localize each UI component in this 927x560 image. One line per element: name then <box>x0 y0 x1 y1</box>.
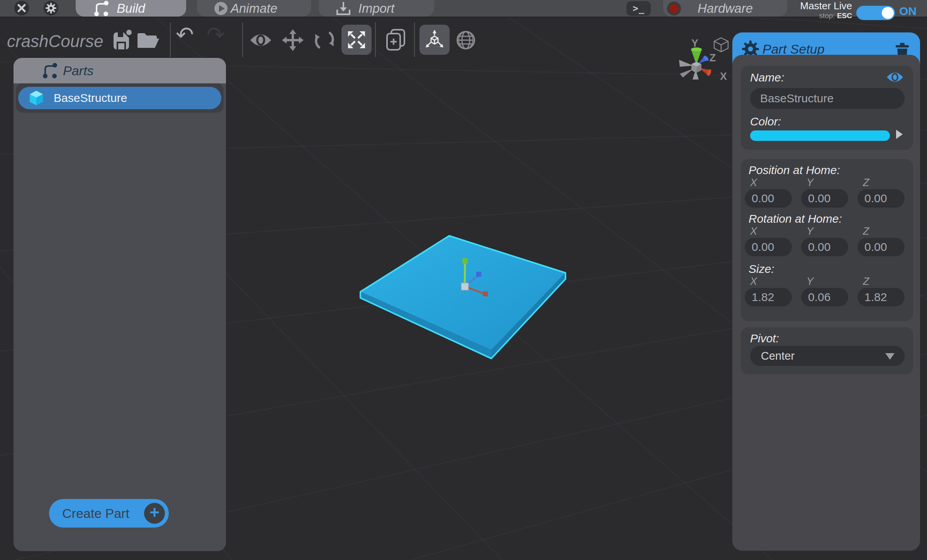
tab-hardware[interactable]: Hardware <box>663 0 787 17</box>
parts-node-icon <box>41 62 58 79</box>
rotate-icon <box>314 29 335 51</box>
record-icon <box>667 2 681 15</box>
gizmo-origin-cube <box>461 283 469 290</box>
position-z-input[interactable]: 0.00 <box>857 189 905 208</box>
master-live-block: Master Live stop: ESC <box>788 0 852 20</box>
size-x-axis-label: X <box>750 276 757 288</box>
plus-icon: + <box>144 503 165 524</box>
position-y-input[interactable]: 0.00 <box>801 189 848 208</box>
terminal-icon: >_ <box>633 3 645 14</box>
parts-panel-title: Parts <box>63 63 93 78</box>
project-title: crashCourse <box>7 32 103 51</box>
save-icon <box>112 29 132 50</box>
pivot-label: Pivot: <box>750 332 779 345</box>
size-x-input[interactable]: 1.82 <box>745 288 792 306</box>
chevron-down-icon <box>885 353 895 360</box>
gizmo-label-x: X <box>720 71 727 82</box>
parts-list: BaseStructure <box>16 83 224 113</box>
color-expand-arrow-icon[interactable] <box>896 130 903 139</box>
size-y-input[interactable]: 0.06 <box>801 288 848 306</box>
move-tool-button[interactable] <box>282 29 304 51</box>
folder-icon <box>136 32 160 49</box>
toolbar-divider <box>170 22 171 57</box>
axis-cube-icon <box>424 30 445 50</box>
gizmo-label-z: Z <box>710 52 716 64</box>
gizmo-x-handle <box>483 291 488 296</box>
tab-hardware-label: Hardware <box>698 1 753 16</box>
position-x-axis-label: X <box>750 177 757 189</box>
gizmo-z-handle <box>476 272 481 277</box>
master-live-stop-hint: stop: ESC <box>788 12 852 20</box>
name-color-card: Name: BaseStructure Color: <box>741 66 913 150</box>
name-input[interactable]: BaseStructure <box>750 88 905 109</box>
size-z-axis-label: Z <box>863 276 869 288</box>
rotation-y-axis-label: Y <box>806 225 813 237</box>
tab-build[interactable]: Build <box>76 0 186 17</box>
scale-tool-button[interactable] <box>341 25 372 55</box>
terminal-button[interactable]: >_ <box>626 1 651 16</box>
rotation-x-input[interactable]: 0.00 <box>745 238 792 256</box>
color-swatch-bar[interactable] <box>750 130 890 141</box>
rotation-y-input[interactable]: 0.00 <box>801 238 848 256</box>
toolbar-divider <box>242 22 243 57</box>
save-button[interactable] <box>112 29 132 50</box>
part-list-item-selected[interactable]: BaseStructure <box>18 87 221 109</box>
create-part-label: Create Part <box>62 506 129 521</box>
rotation-label: Rotation at Home: <box>749 212 842 225</box>
import-icon <box>336 1 351 16</box>
part-basestructure-3d[interactable] <box>360 236 565 359</box>
create-part-button[interactable]: Create Part + <box>49 499 169 528</box>
orientation-gizmo[interactable]: Y Z X <box>679 37 728 82</box>
position-z-axis-label: Z <box>863 177 869 189</box>
settings-button[interactable] <box>44 1 58 15</box>
tab-animate[interactable]: Animate <box>197 0 311 17</box>
tab-build-label: Build <box>117 1 145 16</box>
toolbar-divider <box>414 22 415 57</box>
play-icon <box>214 2 228 15</box>
redo-icon: ↷ <box>207 24 225 46</box>
parts-panel-header: Parts <box>14 58 226 83</box>
part-setup-panel: Name: BaseStructure Color: Position at H… <box>732 55 920 551</box>
size-label: Size: <box>749 262 774 276</box>
redo-button[interactable]: ↷ <box>207 24 225 46</box>
open-file-button[interactable] <box>136 32 160 49</box>
visibility-eye-icon[interactable] <box>886 71 904 83</box>
position-y-axis-label: Y <box>806 177 813 189</box>
gizmo-y-handle <box>462 258 468 264</box>
part-list-item-label: BaseStructure <box>54 91 127 105</box>
tab-animate-label: Animate <box>231 1 277 16</box>
projection-cube-icon[interactable] <box>714 38 728 52</box>
scale-icon <box>347 30 366 49</box>
undo-button[interactable]: ↶ <box>176 24 194 46</box>
move-icon <box>282 29 304 51</box>
parts-panel: Parts BaseStructure Create Part + <box>14 58 226 551</box>
rotate-tool-button[interactable] <box>314 29 335 51</box>
build-node-icon <box>93 0 110 17</box>
toggle-knob <box>882 7 894 19</box>
local-axis-button[interactable] <box>419 25 450 55</box>
world-grid-button[interactable] <box>456 30 476 50</box>
part-cube-icon <box>29 90 44 106</box>
name-label: Name: <box>750 71 784 84</box>
name-value: BaseStructure <box>760 92 834 105</box>
undo-icon: ↶ <box>176 24 194 46</box>
position-x-input[interactable]: 0.00 <box>745 189 792 208</box>
master-live-toggle[interactable] <box>856 6 895 20</box>
app-window: Y Z X <box>0 0 927 560</box>
tab-import-label: Import <box>358 1 395 16</box>
position-label: Position at Home: <box>749 164 840 177</box>
view-mode-button[interactable] <box>249 32 272 48</box>
size-z-input[interactable]: 1.82 <box>857 288 905 306</box>
top-bar: Build Animate Import >_ Hardware Ma <box>0 0 927 17</box>
toolbar-divider <box>375 22 376 57</box>
gizmo-label-y: Y <box>691 37 698 49</box>
pivot-dropdown[interactable]: Center <box>750 346 905 366</box>
duplicate-icon <box>386 29 406 51</box>
duplicate-button[interactable] <box>386 29 406 51</box>
eye-icon <box>249 32 272 48</box>
close-button[interactable] <box>14 1 29 15</box>
tab-import[interactable]: Import <box>319 0 434 17</box>
gear-icon <box>46 3 56 14</box>
rotation-z-input[interactable]: 0.00 <box>857 238 905 256</box>
rotation-z-axis-label: Z <box>863 225 869 237</box>
